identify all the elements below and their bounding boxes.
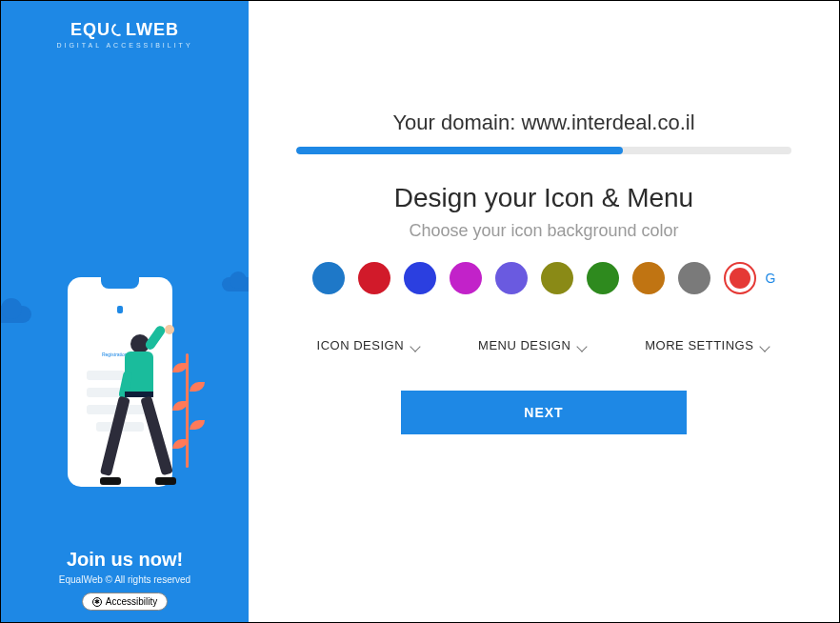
brand-tagline: DIGITAL ACCESSIBILITY: [56, 42, 192, 49]
dropdown-label: MORE SETTINGS: [645, 338, 753, 352]
dropdown-row: ICON DESIGN MENU DESIGN MORE SETTINGS: [317, 338, 771, 352]
sidebar: EQULWEB DIGITAL ACCESSIBILITY Registrati…: [1, 1, 249, 622]
sidebar-footer: Join us now! EqualWeb © All rights reser…: [1, 549, 249, 611]
dropdown-label: ICON DESIGN: [317, 338, 404, 352]
next-button[interactable]: NEXT: [401, 391, 687, 434]
decorative-cloud: [1, 306, 31, 323]
join-heading: Join us now!: [1, 549, 249, 571]
person-illustration: [96, 334, 182, 515]
domain-prefix: Your domain:: [392, 111, 521, 134]
color-swatch-grey[interactable]: [678, 262, 710, 294]
trailing-letter: G: [766, 271, 776, 286]
copyright-text: EqualWeb © All rights reserved: [1, 574, 249, 585]
progress-fill: [296, 147, 623, 154]
decorative-cloud: [222, 277, 249, 291]
page-subtitle: Choose your icon background color: [409, 221, 678, 241]
accessibility-label: Accessibility: [106, 596, 157, 607]
icon-design-dropdown[interactable]: ICON DESIGN: [317, 338, 421, 352]
chevron-down-icon: [761, 341, 770, 351]
domain-value: www.interdeal.co.il: [521, 111, 694, 134]
brand-name: EQULWEB: [56, 20, 192, 40]
app-frame: EQULWEB DIGITAL ACCESSIBILITY Registrati…: [0, 0, 840, 623]
accessibility-icon: ✱: [92, 597, 102, 607]
color-swatch-green[interactable]: [587, 262, 619, 294]
brand-arc-icon: [110, 21, 127, 38]
domain-line: Your domain: www.interdeal.co.il: [392, 111, 694, 135]
page-title: Design your Icon & Menu: [394, 183, 693, 213]
chevron-down-icon: [411, 341, 421, 351]
dropdown-label: MENU DESIGN: [478, 338, 570, 352]
brand-logo: EQULWEB DIGITAL ACCESSIBILITY: [56, 20, 192, 49]
color-swatch-custom[interactable]: [724, 262, 756, 294]
color-swatch-indigo[interactable]: [404, 262, 436, 294]
menu-design-dropdown[interactable]: MENU DESIGN: [478, 338, 588, 352]
color-swatch-red[interactable]: [358, 262, 390, 294]
color-swatch-magenta[interactable]: [450, 262, 482, 294]
main-panel: Your domain: www.interdeal.co.il Design …: [249, 1, 839, 622]
chevron-down-icon: [578, 341, 588, 351]
color-swatch-violet[interactable]: [495, 262, 528, 294]
accessibility-button[interactable]: ✱ Accessibility: [82, 593, 168, 611]
brand-name-post: LWEB: [126, 20, 179, 39]
more-settings-dropdown[interactable]: MORE SETTINGS: [645, 338, 770, 352]
color-swatch-blue[interactable]: [312, 262, 345, 294]
brand-name-pre: EQU: [70, 20, 110, 39]
color-swatches: G: [312, 262, 776, 294]
progress-bar: [296, 147, 791, 154]
sidebar-illustration: Registration Now: [30, 268, 220, 515]
color-swatch-olive[interactable]: [541, 262, 573, 294]
color-swatch-orange[interactable]: [632, 262, 665, 294]
